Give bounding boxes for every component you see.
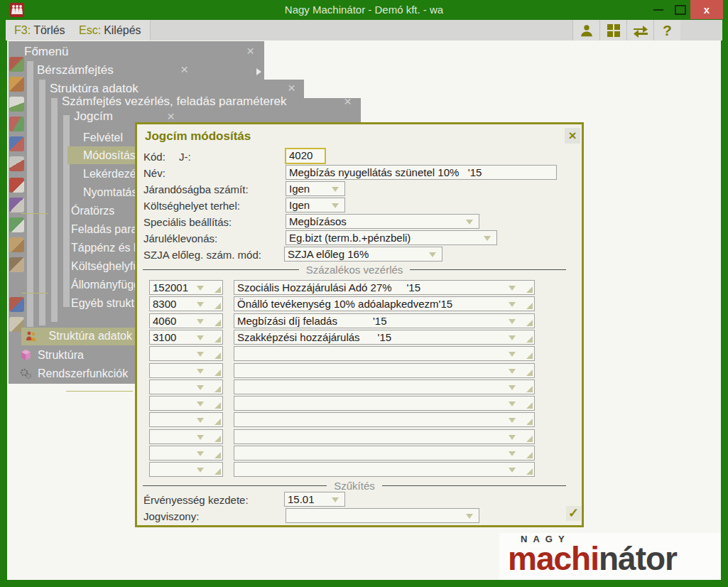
percent-code-select[interactable]	[149, 412, 223, 427]
koltseghelyet-label: Költséghelyet terhel:	[143, 200, 240, 212]
menu-item-felvetel[interactable]: Felvétel	[83, 131, 123, 144]
menu-item-nyomtatas[interactable]: Nyomtatás	[83, 186, 137, 199]
menu-item-modositas[interactable]: Módosítás	[83, 149, 136, 162]
percent-code-select[interactable]	[149, 429, 223, 444]
menu-item-tappenz[interactable]: Táppénz és b	[71, 242, 140, 254]
delete-hotkey-button[interactable]: F3: Törlés	[6, 20, 75, 41]
chevron-down-icon	[197, 286, 204, 291]
percent-code-select[interactable]	[149, 346, 223, 361]
percent-grid: 152001Szociális Hozzájárulási Adó 27% '1…	[137, 280, 582, 479]
percent-code-select[interactable]: 152001	[149, 280, 223, 295]
percent-name-select[interactable]	[234, 396, 535, 411]
confirm-check-button[interactable]: ✓	[566, 506, 581, 521]
close-icon[interactable]: ×	[180, 63, 188, 76]
menu-strip-icon[interactable]	[9, 77, 24, 92]
chevron-down-icon	[197, 352, 204, 357]
menu-strip-icon[interactable]	[9, 117, 24, 131]
percent-code-select[interactable]	[149, 462, 223, 477]
menu-window-edge	[304, 98, 361, 122]
user-button[interactable]	[572, 20, 599, 41]
kod-input[interactable]: 4020	[285, 148, 326, 164]
menu-strip-icon[interactable]	[9, 136, 24, 151]
kod-prefix-label: J-:	[179, 151, 191, 163]
menu-strip-icon[interactable]	[9, 178, 24, 193]
corner-grip-icon	[214, 286, 221, 293]
exit-hotkey-button[interactable]: Esc: Kilépés	[70, 20, 151, 41]
maximize-button[interactable]	[675, 5, 686, 15]
percent-code-select[interactable]: 3100	[149, 330, 223, 345]
nev-input[interactable]: Megbízás nyugellátás szünetel 10% '15	[286, 165, 557, 180]
jarandosagba-select[interactable]: Igen	[286, 181, 345, 196]
percent-name-select[interactable]	[234, 462, 535, 477]
percent-code-select[interactable]	[149, 379, 223, 394]
menu-strip-icon[interactable]	[9, 57, 24, 72]
szja-select[interactable]: SZJA előleg 16%	[284, 247, 442, 262]
menu-item-feladas-parameterek[interactable]: Feladás para	[71, 223, 137, 236]
menu-item-rendszerfunkciok[interactable]: Rendszerfunkciók	[38, 367, 128, 380]
modules-button[interactable]	[599, 20, 626, 41]
menu-item-lekerdezes[interactable]: Lekérdezé	[83, 168, 136, 181]
ervenyesseg-select[interactable]: 15.01	[284, 492, 345, 507]
chevron-down-icon	[197, 369, 204, 374]
chevron-down-icon	[332, 497, 339, 502]
chevron-down-icon	[509, 451, 516, 456]
transfer-button[interactable]	[626, 20, 653, 41]
percent-row	[137, 412, 582, 427]
jarulek-select[interactable]: Eg.bizt (term.b.+pénzbeli)	[286, 230, 497, 245]
menu-item-allomanyfuggo[interactable]: Állományfügg	[71, 279, 140, 291]
specialis-select[interactable]: Megbízásos	[286, 214, 479, 229]
window-title-berszamfejtes[interactable]: Bérszámfejtés	[37, 63, 114, 77]
window-title-szamfejtes-vezerles[interactable]: Számfejtés vezérlés, feladás paraméterek	[62, 95, 287, 109]
jogviszony-select[interactable]	[286, 508, 479, 523]
menu-item-oratorzs[interactable]: Óratörzs	[71, 205, 114, 217]
percent-code-select[interactable]	[149, 446, 223, 461]
menu-strip-icon[interactable]	[9, 257, 24, 272]
percent-name-select[interactable]	[234, 379, 535, 394]
percent-row: 3100Szakképzési hozzájárulás '15	[137, 330, 582, 345]
menu-strip-icon[interactable]	[9, 297, 24, 312]
percent-name-select[interactable]: Szociális Hozzájárulási Adó 27% '15	[234, 280, 535, 295]
menu-strip-icon[interactable]	[9, 156, 24, 171]
chevron-down-icon	[197, 451, 204, 456]
indent-guide	[51, 98, 58, 322]
percent-name-select[interactable]	[234, 363, 535, 378]
close-icon[interactable]: ×	[344, 95, 352, 108]
menu-strip-icon[interactable]	[9, 217, 24, 232]
percent-code-select[interactable]	[149, 363, 223, 378]
percent-name-select[interactable]: Önálló tevékenység 10% adóalapkedvezm'15	[234, 296, 535, 311]
close-icon[interactable]: ×	[167, 109, 175, 123]
percent-row: 8300Önálló tevékenység 10% adóalapkedvez…	[137, 296, 582, 311]
window-title-fomenu[interactable]: Főmenü	[24, 45, 68, 59]
menu-strip-icon[interactable]	[9, 198, 24, 212]
filter-section-title: Szűkítés	[334, 480, 375, 492]
grid-icon	[607, 23, 621, 38]
menu-strip-icon[interactable]	[9, 97, 24, 112]
minimize-button[interactable]	[653, 9, 663, 11]
percent-name-select[interactable]	[234, 412, 535, 427]
koltseghelyet-select[interactable]: Igen	[286, 198, 345, 212]
percent-name-select[interactable]	[234, 446, 535, 461]
menu-item-struktura[interactable]: Struktúra	[38, 349, 84, 362]
close-icon[interactable]: ×	[246, 44, 254, 58]
window-title-struktura-adatok[interactable]: Struktúra adatok	[50, 82, 138, 96]
menu-item-koltseghelyfuggo[interactable]: Költséghelyfü	[71, 260, 139, 273]
percent-name-select[interactable]: Megbízási díj feladás '15	[234, 313, 535, 328]
window-title-jogcim[interactable]: Jogcím	[74, 109, 113, 124]
help-button[interactable]: ?	[653, 20, 680, 41]
percent-name-select[interactable]: Szakképzési hozzájárulás '15	[234, 330, 535, 345]
chevron-down-icon	[197, 319, 204, 324]
close-icon[interactable]: ×	[288, 81, 295, 95]
menu-strip-icon[interactable]	[9, 237, 24, 252]
menu-item-struktura-adatok[interactable]: Struktúra adatok	[33, 330, 132, 343]
percent-code-select[interactable]	[149, 396, 223, 411]
percent-code-select[interactable]: 4060	[149, 313, 223, 328]
percent-name-select[interactable]	[234, 429, 535, 444]
dialog-close-icon[interactable]: ×	[565, 128, 580, 144]
corner-grip-icon	[526, 303, 533, 309]
percent-code-select[interactable]: 8300	[149, 296, 223, 311]
menu-item-egyeb-strukturak[interactable]: Egyéb strukt	[71, 297, 134, 310]
close-button[interactable]: x	[690, 0, 723, 19]
percent-row	[137, 346, 582, 361]
percent-name-select[interactable]	[234, 346, 535, 361]
chevron-down-icon	[466, 220, 473, 225]
